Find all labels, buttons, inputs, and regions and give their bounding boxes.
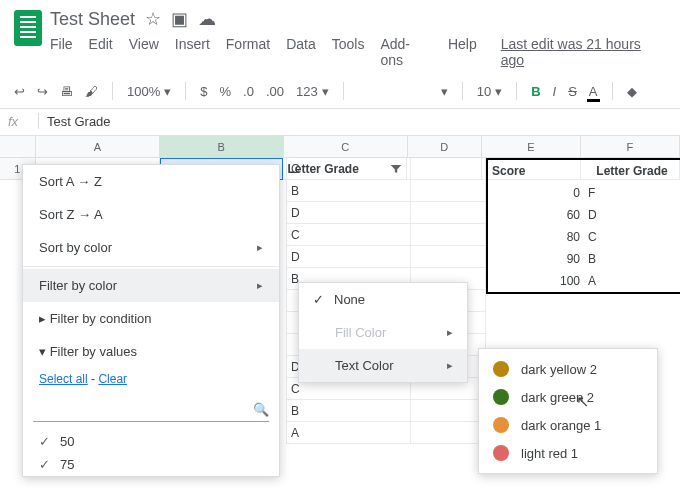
filter-by-values[interactable]: ▾ Filter by values: [23, 335, 279, 368]
color-option[interactable]: light red 1: [479, 439, 657, 467]
menu-data[interactable]: Data: [286, 36, 316, 68]
color-swatch-icon: [493, 417, 509, 433]
format-percent[interactable]: %: [219, 84, 231, 99]
filter-value[interactable]: ✓50: [23, 430, 279, 453]
menu-edit[interactable]: Edit: [89, 36, 113, 68]
menu-file[interactable]: File: [50, 36, 73, 68]
check-icon: ✓: [39, 457, 50, 472]
print-icon[interactable]: 🖶: [60, 84, 73, 99]
col-head-c[interactable]: C: [284, 136, 408, 158]
decrease-decimal[interactable]: .0: [243, 84, 254, 99]
move-icon[interactable]: ▣: [171, 8, 188, 30]
cursor-icon: ↖: [576, 392, 589, 411]
sort-za[interactable]: Sort Z → A: [23, 198, 279, 231]
increase-decimal[interactable]: .00: [266, 84, 284, 99]
filter-fill-color: Fill Color▸: [299, 316, 467, 349]
col-head-b[interactable]: B: [160, 136, 284, 158]
fx-icon: fx: [8, 114, 30, 129]
star-icon[interactable]: ☆: [145, 8, 161, 30]
last-edit-link[interactable]: Last edit was 21 hours ago: [501, 36, 666, 68]
color-swatch-icon: [493, 361, 509, 377]
toolbar: ↩ ↪ 🖶 🖌 100%▾ $ % .0 .00 123▾ ▾ 10▾ B I …: [0, 74, 680, 109]
select-all-link[interactable]: Select all: [39, 372, 88, 386]
sort-az[interactable]: Sort A → Z: [23, 165, 279, 198]
menu-insert[interactable]: Insert: [175, 36, 210, 68]
chevron-right-icon: ▸: [447, 359, 453, 372]
menu-view[interactable]: View: [129, 36, 159, 68]
cell-c[interactable]: A: [286, 422, 411, 444]
undo-icon[interactable]: ↩: [14, 84, 25, 99]
bold-button[interactable]: B: [531, 84, 540, 99]
color-option[interactable]: dark yellow 2: [479, 355, 657, 383]
cloud-icon[interactable]: ☁: [198, 8, 216, 30]
col-head-a[interactable]: A: [36, 136, 160, 158]
search-icon: 🔍: [253, 402, 269, 417]
more-formats[interactable]: 123▾: [296, 84, 329, 99]
color-swatch-icon: [493, 389, 509, 405]
menu-format[interactable]: Format: [226, 36, 270, 68]
menubar: File Edit View Insert Format Data Tools …: [50, 36, 666, 68]
filter-dropdown: Sort A → Z Sort Z → A Sort by color▸ Fil…: [22, 164, 280, 477]
menu-tools[interactable]: Tools: [332, 36, 365, 68]
strike-button[interactable]: S: [568, 84, 577, 99]
color-option[interactable]: dark orange 1: [479, 411, 657, 439]
color-option[interactable]: dark green 2: [479, 383, 657, 411]
cell-c[interactable]: D: [286, 202, 411, 224]
zoom-select[interactable]: 100%▾: [127, 84, 171, 99]
menu-addons[interactable]: Add-ons: [380, 36, 432, 68]
chevron-right-icon: ▸: [257, 241, 263, 254]
filter-search[interactable]: 🔍: [33, 398, 269, 422]
check-icon: ✓: [39, 434, 50, 449]
sheets-logo: [14, 10, 42, 46]
format-currency[interactable]: $: [200, 84, 207, 99]
col-head-f[interactable]: F: [581, 136, 680, 158]
redo-icon[interactable]: ↪: [37, 84, 48, 99]
cell-c[interactable]: B: [286, 400, 411, 422]
check-icon: ✓: [313, 292, 324, 307]
cell-c[interactable]: C: [286, 158, 411, 180]
filter-by-color[interactable]: Filter by color▸: [23, 269, 279, 302]
cell-c[interactable]: C: [286, 224, 411, 246]
chevron-right-icon: ▸: [447, 326, 453, 339]
filter-color-none[interactable]: ✓None: [299, 283, 467, 316]
font-size[interactable]: 10▾: [477, 84, 502, 99]
col-head-d[interactable]: D: [408, 136, 482, 158]
filter-search-input[interactable]: [33, 402, 253, 417]
formula-bar-value[interactable]: Test Grade: [47, 114, 111, 129]
doc-name[interactable]: Test Sheet: [50, 9, 135, 30]
font-select[interactable]: ▾: [358, 84, 448, 99]
text-color-button[interactable]: A: [589, 84, 598, 99]
sort-by-color[interactable]: Sort by color▸: [23, 231, 279, 264]
filter-text-color[interactable]: Text Color▸: [299, 349, 467, 382]
clear-link[interactable]: Clear: [98, 372, 127, 386]
filter-by-condition[interactable]: ▸ Filter by condition: [23, 302, 279, 335]
filter-value[interactable]: ✓75: [23, 453, 279, 476]
col-head-e[interactable]: E: [482, 136, 581, 158]
text-color-submenu: dark yellow 2 dark green 2 dark orange 1…: [478, 348, 658, 474]
fill-color-button[interactable]: ◆: [627, 84, 637, 99]
paint-format-icon[interactable]: 🖌: [85, 84, 98, 99]
cell-c[interactable]: B: [286, 180, 411, 202]
lookup-table: ScoreLetter Grade 0F 60D 80C 90B 100A: [486, 158, 680, 294]
chevron-right-icon: ▸: [257, 279, 263, 292]
menu-help[interactable]: Help: [448, 36, 477, 68]
cell-c[interactable]: D: [286, 246, 411, 268]
color-swatch-icon: [493, 445, 509, 461]
filter-color-submenu: ✓None Fill Color▸ Text Color▸: [298, 282, 468, 383]
italic-button[interactable]: I: [553, 84, 557, 99]
